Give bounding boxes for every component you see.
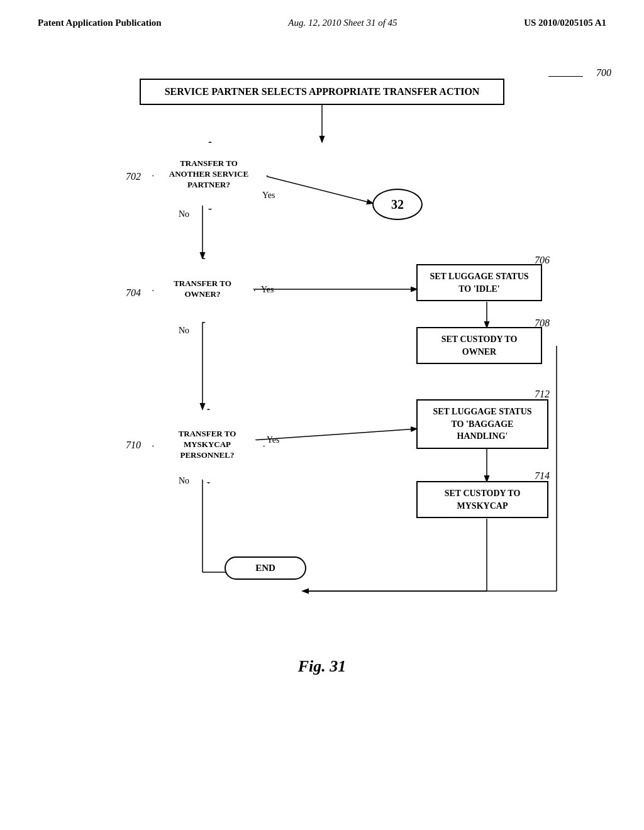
ref-702: 702 bbox=[126, 171, 141, 182]
header-right: US 2010/0205105 A1 bbox=[524, 18, 606, 28]
box-706-text: SET LUGGAGE STATUSTO 'IDLE' bbox=[430, 272, 528, 294]
diamond-710: TRANSFER TOMYSKYCAPPERSONNEL? bbox=[152, 409, 262, 481]
circle-32: 32 bbox=[372, 189, 423, 220]
diamond-702: TRANSFER TOANOTHER SERVICEPARTNER? bbox=[152, 141, 265, 208]
yes-704: Yes bbox=[261, 285, 274, 295]
ref-714: 714 bbox=[535, 470, 550, 482]
box-706: SET LUGGAGE STATUSTO 'IDLE' bbox=[416, 264, 542, 301]
page: Patent Application Publication Aug. 12, … bbox=[0, 0, 644, 830]
box-714-text: SET CUSTODY TOMYSKYCAP bbox=[445, 489, 521, 511]
start-box: SERVICE PARTNER SELECTS APPROPRIATE TRAN… bbox=[140, 79, 504, 105]
diamond-702-text: TRANSFER TOANOTHER SERVICEPARTNER? bbox=[169, 158, 248, 191]
diagram-area: 700 SERVICE PARTNER SELECTS APPROPRIATE … bbox=[102, 66, 618, 632]
box-712-text: SET LUGGAGE STATUSTO 'BAGGAGEHANDLING' bbox=[433, 407, 531, 441]
fig-caption: Fig. 31 bbox=[0, 657, 644, 701]
header-left: Patent Application Publication bbox=[38, 18, 162, 28]
ref-704: 704 bbox=[126, 287, 141, 299]
yes-710: Yes bbox=[267, 435, 279, 445]
box-708: SET CUSTODY TOOWNER bbox=[416, 327, 542, 364]
box-712: SET LUGGAGE STATUSTO 'BAGGAGEHANDLING' bbox=[416, 399, 548, 449]
ref-710: 710 bbox=[126, 440, 141, 451]
end-oval: END bbox=[225, 556, 306, 580]
fig-caption-text: Fig. 31 bbox=[298, 657, 347, 675]
box-708-text: SET CUSTODY TOOWNER bbox=[441, 335, 518, 357]
box-714: SET CUSTODY TOMYSKYCAP bbox=[416, 481, 548, 518]
ref-712: 712 bbox=[535, 389, 550, 400]
diamond-704-text: TRANSFER TOOWNER? bbox=[174, 279, 231, 300]
start-box-text: SERVICE PARTNER SELECTS APPROPRIATE TRAN… bbox=[165, 86, 480, 97]
header: Patent Application Publication Aug. 12, … bbox=[0, 0, 644, 28]
diamond-710-text: TRANSFER TOMYSKYCAPPERSONNEL? bbox=[179, 429, 236, 461]
no-702: No bbox=[179, 209, 189, 219]
no-704: No bbox=[179, 326, 189, 336]
header-center: Aug. 12, 2010 Sheet 31 of 45 bbox=[288, 18, 397, 28]
ref-700: 700 bbox=[596, 67, 611, 79]
diamond-704: TRANSFER TOOWNER? bbox=[152, 258, 253, 321]
no-710: No bbox=[179, 476, 189, 486]
end-label: END bbox=[255, 563, 275, 573]
ref-700-line bbox=[548, 76, 583, 77]
yes-702: Yes bbox=[262, 191, 275, 201]
circle-32-label: 32 bbox=[391, 197, 404, 212]
